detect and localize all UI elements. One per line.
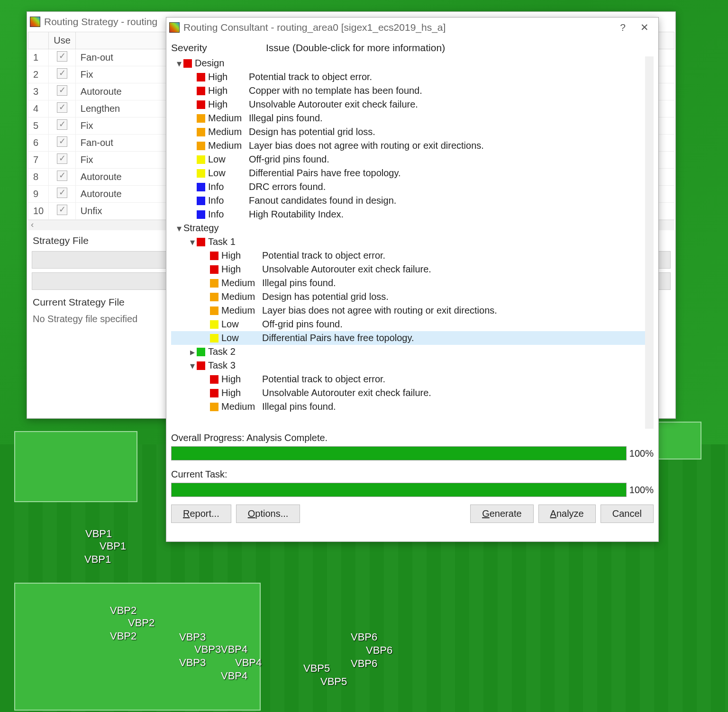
use-checkbox-cell[interactable] <box>49 203 76 220</box>
overall-progress-bar <box>171 446 627 460</box>
tree-group[interactable]: Task 2 <box>171 345 645 359</box>
tree-group[interactable]: Task 3 <box>171 359 645 372</box>
use-checkbox-cell[interactable] <box>49 100 76 117</box>
net-label: VBP2 <box>110 630 136 642</box>
tree-item[interactable]: MediumIllegal pins found. <box>171 400 645 414</box>
row-index: 10 <box>28 203 49 220</box>
use-checkbox-cell[interactable] <box>49 117 76 135</box>
scrollbar-thumb[interactable] <box>645 61 654 246</box>
issue-tree[interactable]: ▴ ▾ DesignHighPotential track to object … <box>171 56 654 429</box>
routing-consultant-window: Routing Consultant - routing_area0 [sige… <box>166 17 659 542</box>
checkbox-icon[interactable] <box>57 205 67 215</box>
tree-item[interactable]: LowDifferential Pairs have free topology… <box>171 331 645 345</box>
severity-label: High <box>208 99 249 110</box>
group-label: Task 1 <box>208 236 236 247</box>
report-button[interactable]: Report... <box>171 505 231 523</box>
chevron-down-icon[interactable] <box>188 360 197 371</box>
severity-label: Medium <box>221 401 262 412</box>
tree-group[interactable]: Design <box>171 56 645 70</box>
cancel-button[interactable]: Cancel <box>601 505 654 523</box>
severity-icon <box>197 183 205 191</box>
net-label: VBP1 <box>85 528 112 540</box>
checkbox-icon[interactable] <box>57 85 67 96</box>
net-label: VBP3 <box>194 643 221 656</box>
use-checkbox-cell[interactable] <box>49 83 76 100</box>
tree-group[interactable]: Task 1 <box>171 235 645 249</box>
severity-label: Medium <box>221 278 262 288</box>
scroll-up-icon[interactable]: ▴ <box>645 56 654 65</box>
chevron-down-icon[interactable] <box>188 236 197 248</box>
help-button[interactable]: ? <box>612 18 634 37</box>
close-button[interactable]: ✕ <box>634 18 655 37</box>
severity-label: High <box>221 264 262 275</box>
tree-item[interactable]: InfoDRC errors found. <box>171 180 645 194</box>
severity-label: Medium <box>221 305 262 316</box>
checkbox-icon[interactable] <box>57 171 67 181</box>
issue-text: Layer bias does not agree with routing o… <box>262 305 645 316</box>
tree-item[interactable]: HighPotential track to object error. <box>171 372 645 386</box>
net-label: VBP1 <box>100 540 126 552</box>
issue-text: Layer bias does not agree with routing o… <box>249 140 645 151</box>
issue-text: Potential track to object error. <box>262 250 645 261</box>
use-checkbox-cell[interactable] <box>49 169 76 186</box>
close-icon: ✕ <box>640 22 649 33</box>
tree-item[interactable]: LowOff-grid pins found. <box>171 317 645 331</box>
severity-label: Medium <box>208 113 249 124</box>
group-label: Task 3 <box>208 360 236 371</box>
tree-item[interactable]: HighPotential track to object error. <box>171 70 645 84</box>
chevron-down-icon[interactable] <box>175 58 183 69</box>
pcb-chip <box>14 431 137 502</box>
use-checkbox-cell[interactable] <box>49 135 76 152</box>
checkbox-icon[interactable] <box>57 102 67 113</box>
scroll-down-icon[interactable]: ▾ <box>645 420 654 429</box>
issue-text: Differential Pairs have free topology. <box>249 168 645 179</box>
tree-item[interactable]: InfoFanout candidates found in design. <box>171 194 645 207</box>
tree-item[interactable]: MediumIllegal pins found. <box>171 276 645 290</box>
app-icon <box>30 17 40 27</box>
severity-icon <box>197 73 205 81</box>
checkbox-icon[interactable] <box>57 153 67 164</box>
tree-item[interactable]: HighUnsolvable Autorouter exit check fai… <box>171 262 645 276</box>
tree-item[interactable]: MediumDesign has potential grid loss. <box>171 125 645 139</box>
checkbox-icon[interactable] <box>57 188 67 198</box>
tree-item[interactable]: HighPotential track to object error. <box>171 249 645 262</box>
tree-item[interactable]: MediumLayer bias does not agree with rou… <box>171 139 645 153</box>
use-checkbox-cell[interactable] <box>49 186 76 203</box>
severity-label: Medium <box>208 126 249 137</box>
generate-button[interactable]: Generate <box>470 505 533 523</box>
tree-item[interactable]: InfoHigh Routability Index. <box>171 207 645 221</box>
severity-icon <box>197 155 205 164</box>
tree-item[interactable]: LowOff-grid pins found. <box>171 153 645 166</box>
titlebar[interactable]: Routing Consultant - routing_area0 [sige… <box>166 18 658 37</box>
tree-item[interactable]: MediumLayer bias does not agree with rou… <box>171 304 645 317</box>
analyze-button[interactable]: Analyze <box>538 505 596 523</box>
options-button[interactable]: Options... <box>236 505 300 523</box>
use-checkbox-cell[interactable] <box>49 49 76 66</box>
severity-icon <box>210 403 218 411</box>
checkbox-icon[interactable] <box>57 51 67 62</box>
issue-text: Potential track to object error. <box>262 374 645 385</box>
checkbox-icon[interactable] <box>57 68 67 79</box>
issue-text: Unsolvable Autorouter exit check failure… <box>262 264 645 275</box>
tree-item[interactable]: MediumDesign has potential grid loss. <box>171 290 645 304</box>
tree-item[interactable]: HighUnsolvable Autorouter exit check fai… <box>171 386 645 400</box>
tree-group[interactable]: Strategy <box>171 221 645 235</box>
row-index: 3 <box>28 83 49 100</box>
issue-text: Off-grid pins found. <box>262 319 645 330</box>
tree-item[interactable]: HighCopper with no template has been fou… <box>171 84 645 98</box>
net-label: VBP1 <box>84 553 111 566</box>
use-checkbox-cell[interactable] <box>49 66 76 83</box>
col-use[interactable]: Use <box>49 32 76 49</box>
net-label: VBP2 <box>110 604 136 617</box>
severity-icon <box>197 87 205 95</box>
chevron-down-icon[interactable] <box>175 223 183 234</box>
tree-item[interactable]: MediumIllegal pins found. <box>171 111 645 125</box>
tree-item[interactable]: LowDifferential Pairs have free topology… <box>171 166 645 180</box>
checkbox-icon[interactable] <box>57 136 67 147</box>
tree-item[interactable]: HighUnsolvable Autorouter exit check fai… <box>171 98 645 111</box>
issue-text: Unsolvable Autorouter exit check failure… <box>262 388 645 398</box>
use-checkbox-cell[interactable] <box>49 152 76 169</box>
checkbox-icon[interactable] <box>57 119 67 130</box>
chevron-right-icon[interactable] <box>188 346 197 358</box>
net-label: VBP2 <box>128 617 155 629</box>
